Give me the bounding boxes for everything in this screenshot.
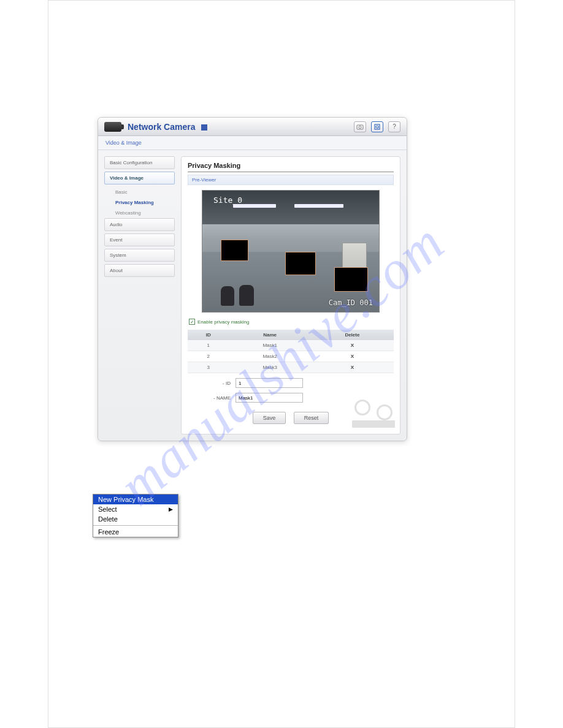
cell-name: Mask3 <box>229 362 311 373</box>
cell-id: 2 <box>188 351 229 362</box>
enable-masking-row: ✓ Enable privacy masking <box>189 319 393 325</box>
save-button[interactable]: Save <box>253 412 286 424</box>
app-title-text: Network Camera <box>128 122 196 132</box>
ctx-item-label: Freeze <box>98 528 119 536</box>
sidebar-sub-privacy-masking[interactable]: Privacy Masking <box>104 197 175 208</box>
title-bar: Network Camera ? <box>98 118 407 136</box>
sidebar-sub-webcasting[interactable]: Webcasting <box>104 208 175 218</box>
privacy-mask-region[interactable] <box>285 252 316 275</box>
ctx-item-label: Select <box>98 506 117 513</box>
sidebar-item-video-image[interactable]: Video & Image <box>104 172 175 184</box>
id-label: - ID <box>188 381 231 386</box>
main-panel: Privacy Masking Pre-Viewer Site_0 Cam_ID… <box>181 156 400 434</box>
delete-mask-button[interactable]: X <box>311 340 394 351</box>
sidebar-item-system[interactable]: System <box>104 249 175 262</box>
col-name: Name <box>229 330 311 340</box>
ctx-item-label: Delete <box>98 515 118 523</box>
privacy-mask-region[interactable] <box>221 240 248 261</box>
preview-cam-label: Cam_ID 001 <box>329 298 373 307</box>
cell-name: Mask2 <box>229 351 311 362</box>
cell-id: 3 <box>188 362 229 373</box>
sidebar-item-basic-config[interactable]: Basic Configuration <box>104 156 175 169</box>
app-title: Network Camera <box>128 122 354 132</box>
enable-masking-checkbox[interactable]: ✓ <box>189 319 195 325</box>
ctx-new-privacy-mask[interactable]: New Privacy Mask <box>93 495 178 504</box>
delete-mask-button[interactable]: X <box>311 362 394 373</box>
ctx-delete[interactable]: Delete <box>93 514 178 524</box>
film-reel-decoration-icon <box>352 398 395 429</box>
mask-table: ID Name Delete 1 Mask1 X 2 Mask2 X <box>188 330 394 373</box>
ctx-item-label: New Privacy Mask <box>98 496 153 503</box>
ctx-separator <box>93 525 178 526</box>
enable-masking-label: Enable privacy masking <box>197 319 249 325</box>
svg-rect-2 <box>375 124 380 129</box>
col-delete: Delete <box>311 330 394 340</box>
reset-button[interactable]: Reset <box>294 412 329 424</box>
id-input[interactable] <box>236 378 303 388</box>
camera-preview[interactable]: Site_0 Cam_ID 001 <box>202 190 380 313</box>
preview-person <box>221 286 234 306</box>
submenu-arrow-icon: ▶ <box>169 506 173 512</box>
sidebar: Basic Configuration Video & Image Basic … <box>104 156 175 434</box>
col-id: ID <box>188 330 229 340</box>
context-menu: New Privacy Mask Select ▶ Delete Freeze <box>93 494 178 537</box>
help-icon[interactable]: ? <box>388 121 400 132</box>
settings-icon[interactable] <box>371 121 383 132</box>
preview-header: Pre-Viewer <box>188 175 394 185</box>
ctx-freeze[interactable]: Freeze <box>93 527 178 537</box>
ctx-select[interactable]: Select ▶ <box>93 504 178 514</box>
table-row[interactable]: 1 Mask1 X <box>188 340 394 351</box>
panel-title: Privacy Masking <box>188 162 394 172</box>
table-row[interactable]: 2 Mask2 X <box>188 351 394 362</box>
table-row[interactable]: 3 Mask3 X <box>188 362 394 373</box>
sidebar-item-event[interactable]: Event <box>104 233 175 246</box>
ceiling-light-icon <box>294 204 343 208</box>
sidebar-item-about[interactable]: About <box>104 264 175 277</box>
privacy-mask-region[interactable] <box>334 267 368 292</box>
snapshot-icon[interactable] <box>354 121 366 132</box>
cell-id: 1 <box>188 340 229 351</box>
name-input[interactable] <box>236 393 303 403</box>
delete-mask-button[interactable]: X <box>311 351 394 362</box>
title-indicator-icon <box>201 124 207 131</box>
svg-point-1 <box>359 126 361 128</box>
preview-site-label: Site_0 <box>213 195 242 205</box>
breadcrumb: Video & Image <box>98 136 407 150</box>
name-label: - NAME <box>188 395 231 401</box>
preview-person <box>239 285 254 306</box>
cell-name: Mask1 <box>229 340 311 351</box>
svg-point-3 <box>376 126 378 128</box>
app-window: Network Camera ? Video & Image Basic Con… <box>98 117 407 441</box>
sidebar-sub-basic[interactable]: Basic <box>104 187 175 197</box>
sidebar-item-audio[interactable]: Audio <box>104 218 175 231</box>
camera-logo-icon <box>104 122 121 132</box>
